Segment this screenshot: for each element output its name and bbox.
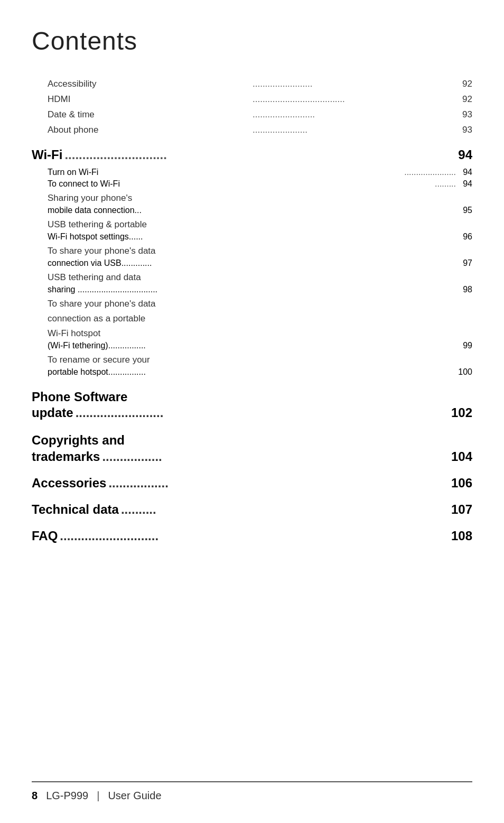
toc-sub-label: portable hotspot................ — [48, 367, 458, 377]
toc-item-page: 92 — [458, 77, 472, 92]
toc-sub-page: 96 — [458, 232, 472, 242]
toc-sub-line1: USB tethering & portable — [48, 217, 472, 232]
toc-sub-label: sharing ................................… — [48, 285, 458, 294]
copyrights-line2: trademarks ................. 104 — [32, 449, 472, 464]
technical-label: Technical data — [32, 502, 119, 517]
toc-sub-line1: To share your phone's data — [48, 244, 472, 258]
phone-software-line2: update ......................... 102 — [32, 405, 472, 420]
faq-dots: ............................ — [60, 529, 449, 543]
footer-page-number: 8 — [32, 790, 38, 802]
toc-sub-page: 99 — [458, 341, 472, 350]
toc-item-share-portable-wifi: To share your phone's data connection as… — [32, 297, 472, 350]
toc-item-page: 93 — [458, 107, 472, 123]
toc-section-faq: FAQ ............................ 108 — [32, 529, 472, 543]
toc-heading-wifi: Wi-Fi ............................. 94 — [32, 147, 472, 162]
copyrights-page: 104 — [451, 449, 472, 464]
faq-page: 108 — [451, 529, 472, 543]
technical-dots: .......... — [121, 502, 449, 517]
toc-sub-page: 98 — [458, 285, 472, 294]
accessories-heading: Accessories ................. 106 — [32, 476, 472, 491]
toc-section-phone-software: Phone Software update ..................… — [32, 389, 472, 420]
accessories-dots: ................. — [108, 476, 449, 491]
copyrights-label2: trademarks — [32, 449, 100, 464]
toc-sub-line2: connection as a portable — [48, 311, 472, 326]
toc-section-copyrights: Copyrights and trademarks ..............… — [32, 432, 472, 464]
accessories-label: Accessories — [32, 476, 106, 491]
toc-item-connect-wifi: To connect to Wi-Fi ......... 94 — [32, 179, 472, 189]
faq-label: FAQ — [32, 529, 58, 543]
toc-item-accessibility: Accessibility ........................ 9… — [32, 77, 472, 92]
toc-item-dots: ..................................... — [253, 92, 455, 107]
toc-item-sharing-mobile: Sharing your phone's mobile data connect… — [32, 191, 472, 215]
toc-sub-dots: ...................... — [404, 168, 456, 177]
phone-software-line1: Phone Software — [32, 389, 472, 405]
toc-sub-label: (Wi-Fi tethering)................ — [48, 341, 458, 350]
toc-item-label: Date & time — [48, 107, 250, 123]
toc-item-rename-hotspot: To rename or secure your portable hotspo… — [32, 353, 472, 377]
toc-item-dots: ...................... — [253, 123, 455, 138]
footer-guide-text: User Guide — [108, 790, 161, 802]
toc-item-date-time: Date & time ......................... 93 — [32, 107, 472, 123]
technical-heading: Technical data .......... 107 — [32, 502, 472, 517]
accessories-page: 106 — [451, 476, 472, 491]
toc-item-label: HDMI — [48, 92, 250, 107]
copyrights-dots: ................. — [102, 449, 449, 464]
toc-item-page: 92 — [458, 92, 472, 107]
wifi-heading-page: 94 — [458, 147, 472, 162]
toc-item-hdmi: HDMI ...................................… — [32, 92, 472, 107]
toc-sub-label: mobile data connection... — [48, 206, 458, 215]
toc-item-dots: ........................ — [253, 77, 455, 92]
phone-software-dots: ......................... — [76, 405, 449, 420]
page-title: Contents — [32, 26, 472, 56]
footer: 8 LG-P999 | User Guide — [32, 781, 472, 802]
footer-separator: LG-P999 — [46, 790, 88, 802]
toc-sub-page: 95 — [458, 206, 472, 215]
toc-sub-page: 94 — [458, 179, 472, 189]
toc-sub-label: To connect to Wi-Fi — [48, 179, 433, 189]
toc-item-share-data-usb: To share your phone's data connection vi… — [32, 244, 472, 268]
toc-section-technical: Technical data .......... 107 — [32, 502, 472, 517]
technical-page: 107 — [451, 502, 472, 517]
toc-sub-dots: ......... — [435, 179, 456, 189]
toc-item-usb-tethering-portable: USB tethering & portable Wi-Fi hotspot s… — [32, 217, 472, 242]
phone-software-label2: update — [32, 405, 73, 420]
toc-sub-page: 94 — [458, 168, 472, 177]
toc-sub-label: connection via USB............. — [48, 258, 458, 268]
toc-item-label: Accessibility — [48, 77, 250, 92]
toc-item-dots: ......................... — [253, 107, 455, 123]
toc-sub-line1: USB tethering and data — [48, 270, 472, 285]
page: Contents Accessibility .................… — [0, 0, 504, 823]
toc-sub-line1: To rename or secure your — [48, 353, 472, 367]
copyrights-line1: Copyrights and — [32, 432, 472, 449]
faq-heading: FAQ ............................ 108 — [32, 529, 472, 543]
toc-sub-line1: Sharing your phone's — [48, 191, 472, 206]
toc-section-accessories: Accessories ................. 106 — [32, 476, 472, 491]
toc-sub-line1: To share your phone's data — [48, 297, 472, 311]
toc-item-page: 93 — [458, 123, 472, 138]
phone-software-page: 102 — [451, 405, 472, 420]
toc-sub-label: Wi-Fi hotspot settings...... — [48, 232, 458, 242]
wifi-heading-label: Wi-Fi — [32, 147, 62, 162]
toc-item-turn-on-wifi: Turn on Wi-Fi ...................... 94 — [32, 168, 472, 177]
toc-item-label: About phone — [48, 123, 250, 138]
toc-intro-section: Accessibility ........................ 9… — [32, 77, 472, 138]
toc-sub-page: 100 — [458, 367, 472, 377]
toc-sub-line3: Wi-Fi hotspot — [48, 326, 472, 341]
toc-sub-page: 97 — [458, 258, 472, 268]
wifi-heading-dots: ............................. — [64, 147, 456, 162]
toc-item-about-phone: About phone ...................... 93 — [32, 123, 472, 138]
toc-sub-label: Turn on Wi-Fi — [48, 168, 403, 177]
toc-item-usb-tethering-data: USB tethering and data sharing .........… — [32, 270, 472, 294]
